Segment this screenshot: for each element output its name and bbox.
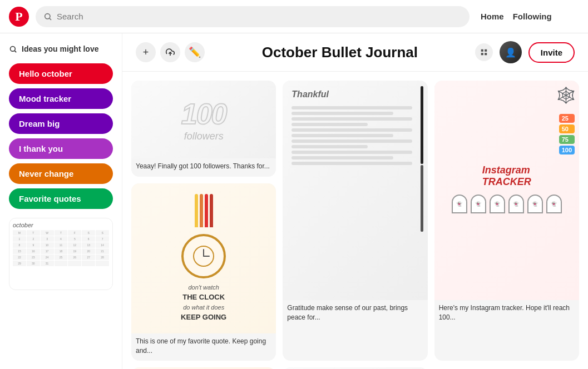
pin-clock[interactable]: don't watch THE CLOCK do what it does KE… [131,183,276,361]
ghost-5: 👻 [527,195,543,213]
tag-hello-october[interactable]: Hello october [9,63,113,84]
logo-letter: P [15,9,22,24]
pin-count-icon [475,43,493,61]
grid-cell [82,261,95,266]
pencils-row [195,194,213,227]
tag-mood-tracker[interactable]: Mood tracker [9,88,113,109]
add-pin-button[interactable]: + [136,42,156,62]
do-what: do what it does [181,303,226,312]
pin-clock-description: This is one of my favorite quote. Keep g… [131,333,276,361]
search-input[interactable] [57,12,462,21]
line [291,145,368,148]
grid-cell: T [27,230,40,236]
grid-cell: 13 [82,242,95,248]
content-area: + ✏️ October Bullet Journal [122,33,588,369]
pin-100followers[interactable]: 100 followers Yeaay! Finally got 100 fol… [131,81,276,177]
tag-dream-big[interactable]: Dream big [9,113,113,134]
ghost-2: 👻 [471,195,486,213]
badge-50: 50 [559,124,575,133]
pin-instagram-image: InstagramTRACKER 👻 👻 👻 👻 👻 👻 🕸️ 25 50 75 [434,81,579,300]
line [291,134,393,137]
pencil-yellow [195,194,198,227]
board-meta: 👤 Invite [475,41,575,63]
avatar-image: 👤 [500,41,522,63]
grid-cell: M [13,230,26,236]
pin-instagram[interactable]: InstagramTRACKER 👻 👻 👻 👻 👻 👻 🕸️ 25 50 75 [434,81,579,361]
pin-100-image: 100 followers [131,81,276,158]
grid-cell: 31 [41,261,54,266]
svg-rect-6 [485,49,487,52]
tag-never-change[interactable]: Never change [9,163,113,184]
followers-text: followers [184,131,224,142]
tag-i-thank-you[interactable]: I thank you [9,138,113,159]
board-header: + ✏️ October Bullet Journal [122,33,588,72]
line [291,128,412,132]
grid-icon [480,48,488,56]
grid-cell: 8 [13,242,26,248]
sidebar-ideas-header: Ideas you might love [9,44,113,53]
badge-25: 25 [559,114,575,123]
sidebar-october-thumbnail[interactable]: october M T W T F S S for(let i=0;i<35;i… [9,218,113,290]
grid-cell: 6 [82,236,95,242]
grid-cell: F [68,230,81,236]
nav-home[interactable]: Home [481,12,504,21]
upload-button[interactable] [160,42,180,62]
line [291,151,412,154]
pencil-darkred [210,194,213,227]
pencil-orange [200,194,203,227]
grid-cell: 30 [27,261,40,266]
svg-rect-5 [481,49,483,52]
line [291,117,412,121]
pin-thankful[interactable]: Thankful [283,81,427,361]
grid-cell: 9 [27,242,40,248]
grid-cell: 1 [13,236,26,242]
ghost-6: 👻 [546,195,562,213]
tag-favorite-quotes[interactable]: Favorite quotes [9,188,113,209]
grid-cell: 4 [55,236,68,242]
svg-rect-8 [485,53,487,55]
clock-quote-text: don't watch THE CLOCK do what it does KE… [181,283,226,323]
tag-buttons-list: Hello october Mood tracker Dream big I t… [9,63,113,209]
grid-cell: 16 [27,248,40,254]
number-badges: 25 50 75 100 [559,114,575,154]
october-thumb-title: october [13,222,109,228]
grid-cell: 20 [82,248,95,254]
instagram-title: InstagramTRACKER [482,164,531,188]
badge-75: 75 [559,135,575,144]
grid-cell: 26 [68,255,81,260]
grid-cell: W [41,230,54,236]
ghost-1: 👻 [452,195,467,213]
main-layout: Ideas you might love Hello october Mood … [0,33,588,369]
ideas-label: Ideas you might love [22,44,98,53]
pin-thankful-image: Thankful [283,81,427,300]
the-clock: THE CLOCK [181,292,226,303]
grid-cell [55,261,68,266]
invite-button[interactable]: Invite [528,42,575,63]
line [291,139,412,143]
grid-cell: 29 [13,261,26,266]
grid-cell: 7 [96,236,109,242]
pin-grid: 100 followers Yeaay! Finally got 100 fol… [122,72,588,369]
pin-instagram-description: Here's my Instagram tracker. Hope it'll … [434,300,579,328]
grid-cell: 28 [96,255,109,260]
thankful-header: Thankful [291,89,418,99]
header: P Home Following [0,0,588,33]
pin-thankful-description: Gratitude make sense of our past, brings… [283,300,427,328]
svg-point-2 [11,46,16,51]
grid-cell: 21 [96,248,109,254]
svg-point-0 [45,13,50,18]
nav-following[interactable]: Following [513,12,552,21]
edit-button[interactable]: ✏️ [185,42,205,62]
search-bar[interactable] [36,6,470,27]
clock-circle [181,234,226,278]
keep-going: KEEP GOING [181,312,226,323]
ghost-drawings: 👻 👻 👻 👻 👻 👻 [448,191,565,217]
ghost-3: 👻 [490,195,505,213]
grid-cell: S [96,230,109,236]
pin-100-description: Yeaay! Finally got 100 followers. Thanks… [131,158,276,177]
avatar: 👤 [500,41,522,63]
pinterest-logo[interactable]: P [9,7,29,27]
grid-cell: 5 [68,236,81,242]
upload-icon [166,48,175,57]
grid-cell: 3 [41,236,54,242]
